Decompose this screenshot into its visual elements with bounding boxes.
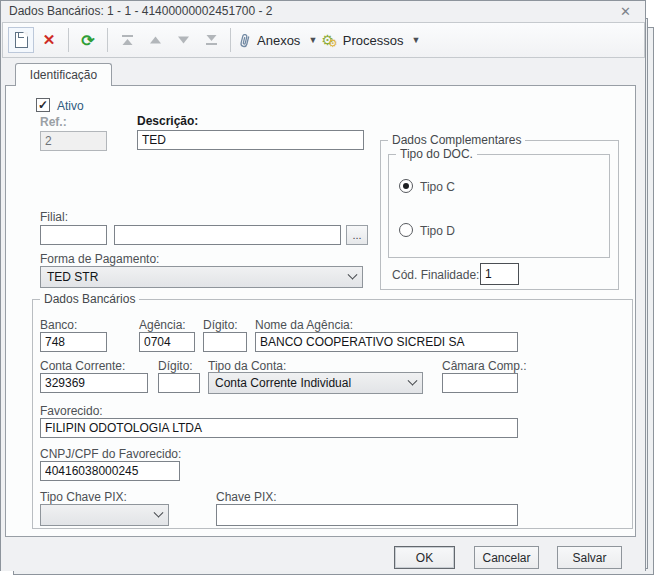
salvar-button[interactable]: Salvar <box>557 546 622 569</box>
new-document-icon <box>15 32 28 48</box>
camara-comp-label: Câmara Comp.: <box>442 359 527 373</box>
descricao-label: Descrição: <box>137 114 198 128</box>
dados-bancarios-legend: Dados Bancários <box>40 292 139 306</box>
conta-corrente-label: Conta Corrente: <box>40 359 125 373</box>
toolbar-separator <box>230 28 231 52</box>
delete-button[interactable]: ✕ <box>36 27 62 53</box>
first-record-icon <box>121 34 134 46</box>
previous-record-icon <box>149 34 162 46</box>
cancelar-button[interactable]: Cancelar <box>474 546 539 569</box>
tipo-d-radio[interactable] <box>399 223 413 237</box>
new-record-button[interactable] <box>8 27 34 53</box>
anexos-label: Anexos <box>257 33 300 48</box>
window-title: Dados Bancários: 1 - 1 - 414000000024517… <box>9 4 273 18</box>
tab-identificacao[interactable]: Identificação <box>15 63 112 86</box>
tipo-conta-label: Tipo da Conta: <box>208 359 286 373</box>
next-record-icon <box>177 34 190 46</box>
filial-code-input[interactable] <box>40 225 107 245</box>
dialog-window: Dados Bancários: 1 - 1 - 414000000024517… <box>0 0 646 571</box>
cod-finalidade-label: Cód. Finalidade: <box>392 268 479 282</box>
dados-complementares-legend: Dados Complementares <box>388 133 525 147</box>
tipo-chave-pix-label: Tipo Chave PIX: <box>40 490 127 504</box>
tipo-conta-value: Conta Corrente Individual <box>215 376 351 390</box>
descricao-input[interactable] <box>137 130 364 150</box>
processos-label: Processos <box>343 33 404 48</box>
title-bar: Dados Bancários: 1 - 1 - 414000000024517… <box>1 1 645 21</box>
check-icon: ✓ <box>38 99 48 111</box>
digito-conta-input[interactable] <box>158 373 200 393</box>
nome-agencia-label: Nome da Agência: <box>255 318 353 332</box>
favorecido-input[interactable] <box>40 418 518 438</box>
ok-button[interactable]: OK <box>394 546 455 569</box>
refresh-icon: ⟳ <box>81 31 94 50</box>
chevron-down-icon <box>348 269 358 279</box>
cnpj-cpf-label: CNPJ/CPF do Favorecido: <box>40 447 181 461</box>
banco-input[interactable] <box>40 332 107 352</box>
favorecido-label: Favorecido: <box>40 404 103 418</box>
chave-pix-input[interactable] <box>216 504 518 526</box>
gear-icon: ⚙ <box>328 38 338 49</box>
refresh-button[interactable]: ⟳ <box>75 27 101 53</box>
anexos-button[interactable]: Anexos ▼ <box>237 27 318 53</box>
chave-pix-label: Chave PIX: <box>216 490 277 504</box>
agencia-input[interactable] <box>139 332 195 352</box>
ref-input <box>40 131 107 151</box>
forma-pagamento-label: Forma de Pagamento: <box>40 252 159 266</box>
toolbar-separator <box>107 28 108 52</box>
banco-label: Banco: <box>40 318 77 332</box>
camara-comp-input[interactable] <box>442 373 518 393</box>
previous-record-button[interactable] <box>142 27 168 53</box>
nome-agencia-input[interactable] <box>255 332 518 352</box>
toolbar: ✕ ⟳ Anexos ▼ <box>2 22 645 58</box>
digito-agencia-label: Dígito: <box>203 318 238 332</box>
ativo-label: Ativo <box>57 99 84 113</box>
toolbar-separator <box>68 28 69 52</box>
cod-finalidade-input[interactable] <box>480 263 519 285</box>
close-icon[interactable]: ✕ <box>614 5 637 18</box>
chevron-down-icon <box>408 375 418 385</box>
last-record-button[interactable] <box>198 27 224 53</box>
next-record-button[interactable] <box>170 27 196 53</box>
tipo-doc-legend: Tipo do DOC. <box>396 147 477 161</box>
tipo-chave-pix-select[interactable] <box>40 504 169 526</box>
conta-corrente-input[interactable] <box>40 373 148 393</box>
tab-content-panel: ✓ Ativo Ref.: Descrição: Dados Complemen… <box>5 85 636 537</box>
cnpj-cpf-input[interactable] <box>40 461 180 481</box>
last-record-icon <box>205 34 218 46</box>
tipo-c-label: Tipo C <box>420 180 455 194</box>
chevron-down-icon <box>154 507 164 517</box>
tipo-c-radio[interactable] <box>399 179 413 193</box>
first-record-button[interactable] <box>114 27 140 53</box>
forma-pagamento-value: TED STR <box>47 270 98 284</box>
filial-name-input[interactable] <box>114 225 341 245</box>
paperclip-icon <box>236 30 254 50</box>
anexos-dropdown-icon: ▼ <box>308 35 317 45</box>
button-bar: OK Cancelar Salvar <box>1 538 645 571</box>
processos-button[interactable]: ⚙ ⚙ Processos ▼ <box>320 27 421 53</box>
agencia-label: Agência: <box>139 318 186 332</box>
tipo-conta-select[interactable]: Conta Corrente Individual <box>208 372 423 394</box>
filial-browse-button[interactable]: ... <box>346 225 368 245</box>
digito-agencia-input[interactable] <box>203 332 247 352</box>
ref-label: Ref.: <box>40 115 67 129</box>
forma-pagamento-select[interactable]: TED STR <box>40 266 363 288</box>
tipo-d-label: Tipo D <box>420 224 455 238</box>
delete-icon: ✕ <box>43 31 56 49</box>
tipo-doc-group: Tipo do DOC. <box>388 154 610 258</box>
ativo-checkbox[interactable]: ✓ <box>36 98 50 112</box>
processos-dropdown-icon: ▼ <box>411 35 420 45</box>
digito-conta-label: Dígito: <box>158 359 193 373</box>
screen: Dados Bancários: 1 - 1 - 414000000024517… <box>0 0 657 577</box>
filial-label: Filial: <box>40 210 68 224</box>
